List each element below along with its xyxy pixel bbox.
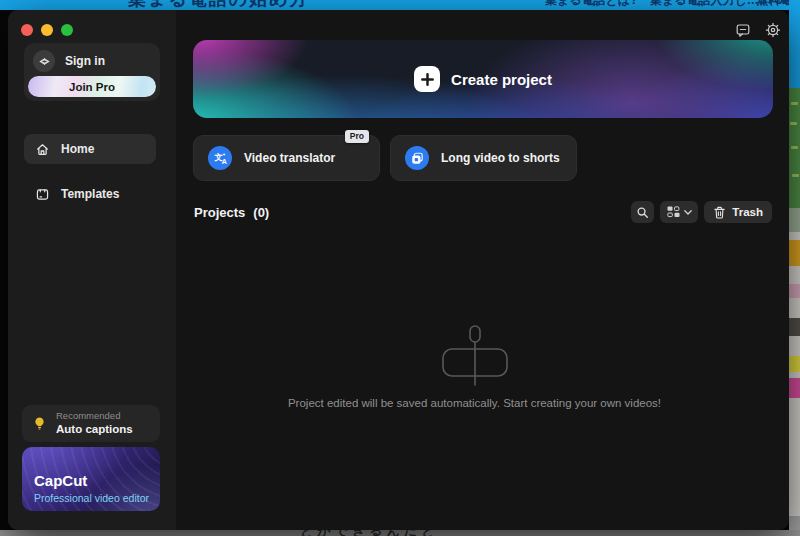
shortcut-label: Long video to shorts <box>441 151 560 165</box>
empty-state: Project edited will be saved automatical… <box>176 322 773 409</box>
search-button[interactable] <box>631 201 654 223</box>
account-card: Sign in Join Pro <box>24 43 160 101</box>
translate-icon: 文 A <box>208 146 232 170</box>
sidebar-item-label: Templates <box>61 187 119 201</box>
background-image-sliver <box>789 88 800 208</box>
grid-view-icon <box>667 206 680 218</box>
background-block <box>789 378 800 398</box>
recommended-eyebrow: Recommended <box>56 410 133 422</box>
promo-title: CapCut <box>34 472 87 489</box>
zoom-button[interactable] <box>61 24 73 36</box>
close-button[interactable] <box>21 24 33 36</box>
svg-text:A: A <box>221 158 226 165</box>
sidebar-item-home[interactable]: Home <box>24 134 156 164</box>
feedback-icon <box>735 22 751 38</box>
home-icon <box>35 142 50 157</box>
empty-project-icon <box>429 322 521 386</box>
settings-button[interactable] <box>764 21 781 38</box>
search-icon <box>636 206 649 219</box>
sign-in-label: Sign in <box>65 54 105 68</box>
shortcut-label: Video translator <box>244 151 335 165</box>
avatar <box>33 50 55 72</box>
auto-captions-label: Auto captions <box>56 422 133 437</box>
background-block <box>789 208 800 232</box>
background-blue-block <box>789 0 800 88</box>
capcut-window: Sign in Join Pro Home Templates <box>8 10 789 530</box>
sidebar-item-templates[interactable]: Templates <box>24 179 156 209</box>
chevron-down-icon <box>684 210 692 215</box>
background-page-text-fragment: とができるんだと <box>300 530 438 536</box>
gear-icon <box>765 22 781 38</box>
auto-captions-texts: Recommended Auto captions <box>56 410 133 437</box>
view-mode-dropdown[interactable] <box>660 201 698 223</box>
trash-icon <box>713 206 726 219</box>
projects-header: Projects (0) <box>194 205 269 220</box>
background-page-right-sliver <box>789 0 800 536</box>
auto-captions-card[interactable]: Recommended Auto captions <box>22 405 160 442</box>
sidebar: Sign in Join Pro Home Templates <box>8 10 176 530</box>
video-translator-card[interactable]: 文 A Video translator Pro <box>193 135 380 181</box>
capcut-logo-icon <box>38 55 51 68</box>
background-block <box>789 318 800 336</box>
lightbulb-icon <box>32 416 47 431</box>
background-page-bottom-sliver: とができるんだと <box>0 530 800 536</box>
frames-icon <box>405 146 429 170</box>
background-page-heading-fragment: 集まる電話の始め方 <box>128 0 310 10</box>
titlebar-actions <box>734 21 781 38</box>
empty-state-message: Project edited will be saved automatical… <box>288 397 661 409</box>
projects-toolbar: Trash <box>631 201 772 223</box>
capcut-promo-card[interactable]: CapCut Professional video editor <box>22 447 160 511</box>
minimize-button[interactable] <box>41 24 53 36</box>
join-pro-button[interactable]: Join Pro <box>28 76 156 97</box>
pro-badge: Pro <box>345 130 369 143</box>
long-video-to-shorts-card[interactable]: Long video to shorts <box>390 135 577 181</box>
trash-label: Trash <box>732 206 763 218</box>
background-block <box>789 284 800 298</box>
background-page-link-fragment: 集まる電話とは? <box>545 0 637 9</box>
templates-icon <box>35 187 50 202</box>
trash-button[interactable]: Trash <box>704 201 772 223</box>
sidebar-item-label: Home <box>61 142 94 156</box>
projects-count: (0) <box>253 205 269 220</box>
projects-title: Projects <box>194 205 245 220</box>
background-block <box>789 240 800 266</box>
create-project-label: Create project <box>451 71 552 88</box>
create-project-banner[interactable]: Create project <box>193 40 773 118</box>
promo-subtitle: Professional video editor <box>34 492 149 504</box>
feedback-button[interactable] <box>734 21 751 38</box>
sign-in-row[interactable]: Sign in <box>24 43 160 72</box>
plus-icon <box>414 66 440 92</box>
window-controls <box>21 24 73 36</box>
background-block <box>789 356 800 372</box>
background-page-top-sliver: 集まる電話の始め方 集まる電話とは? 集まる電話入力し…STOP 無料電話番号ダ… <box>0 0 800 10</box>
